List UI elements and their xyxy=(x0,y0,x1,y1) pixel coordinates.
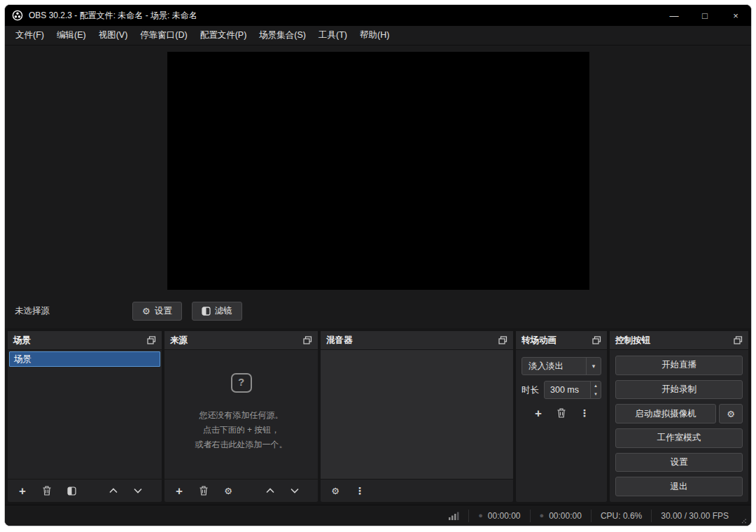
transition-duration-row: 时长 300 ms ▴ ▾ xyxy=(522,381,601,399)
signal-bars-icon xyxy=(449,512,459,520)
menu-item-help[interactable]: 帮助(H) xyxy=(354,27,396,44)
remove-scene-button[interactable] xyxy=(41,485,52,496)
mixer-dock-header: 混音器 xyxy=(321,331,513,350)
controls-dock-header: 控制按钮 xyxy=(610,331,748,350)
menu-item-file[interactable]: 文件(F) xyxy=(9,27,50,44)
menu-item-scene-collection[interactable]: 场景集合(S) xyxy=(253,27,312,44)
spin-down-button[interactable]: ▾ xyxy=(591,390,601,398)
chevron-down-icon xyxy=(134,488,142,493)
transitions-toolbar: + ⋮ xyxy=(522,407,601,419)
dock-float-icon[interactable] xyxy=(498,336,507,344)
mixer-menu-button[interactable]: ⋮ xyxy=(354,485,365,496)
maximize-button[interactable]: □ xyxy=(690,5,720,26)
controls-dock-title: 控制按钮 xyxy=(615,335,650,346)
cpu-usage-value: CPU: 0.6% xyxy=(601,511,642,521)
window-title: OBS 30.2.3 - 配置文件: 未命名 - 场景: 未命名 xyxy=(29,10,197,22)
sources-toolbar: + ⚙ xyxy=(164,479,318,502)
virtual-camera-settings-button[interactable]: ⚙ xyxy=(719,404,743,424)
settings-button[interactable]: 设置 xyxy=(615,453,743,472)
sources-empty-line-3: 或者右击此处添加一个。 xyxy=(195,438,288,452)
remove-transition-button[interactable] xyxy=(556,407,567,419)
source-filters-button[interactable]: 滤镜 xyxy=(192,302,242,321)
trash-icon xyxy=(200,486,208,496)
streaming-indicator-icon: ● xyxy=(540,512,545,519)
menu-item-edit[interactable]: 编辑(E) xyxy=(50,27,92,44)
transitions-dock-header: 转场动画 xyxy=(516,331,607,350)
minimize-button[interactable]: — xyxy=(659,5,690,26)
stats-section[interactable] xyxy=(440,510,468,522)
scenes-toolbar: + xyxy=(8,479,162,502)
scene-transitions-dock: 转场动画 淡入淡出 ▾ 时长 300 ms ▴ ▾ xyxy=(516,331,607,502)
cpu-usage: CPU: 0.6% xyxy=(591,510,651,522)
trash-icon xyxy=(557,408,566,418)
start-virtual-camera-button[interactable]: 启动虚拟摄像机 xyxy=(615,404,716,424)
studio-mode-button[interactable]: 工作室模式 xyxy=(615,428,743,448)
streaming-timer: 00:00:00 xyxy=(549,511,582,521)
obs-logo-icon xyxy=(12,10,23,21)
recording-timer: 00:00:00 xyxy=(488,511,521,521)
spinner-buttons: ▴ ▾ xyxy=(590,382,601,398)
sources-empty-state: ? 您还没有添加任何源。 点击下面的 + 按钮， 或者右击此处添加一个。 xyxy=(164,350,318,479)
scenes-dock: 场景 场景 + xyxy=(8,331,162,502)
transitions-dock-body: 淡入淡出 ▾ 时长 300 ms ▴ ▾ + xyxy=(516,350,607,502)
streaming-status: ● 00:00:00 xyxy=(530,510,591,522)
duration-spinner[interactable]: 300 ms ▴ ▾ xyxy=(544,381,601,399)
scene-list-item[interactable]: 场景 xyxy=(9,351,160,367)
source-settings-button[interactable]: ⚙ 设置 xyxy=(132,302,182,321)
mixer-dock-body[interactable] xyxy=(321,350,513,479)
recording-indicator-icon: ● xyxy=(478,512,483,519)
status-bar: ● 00:00:00 ● 00:00:00 CPU: 0.6% 30.00 / … xyxy=(5,505,751,526)
menu-item-view[interactable]: 视图(V) xyxy=(92,27,134,44)
filter-icon xyxy=(202,307,211,316)
titlebar[interactable]: OBS 30.2.3 - 配置文件: 未命名 - 场景: 未命名 — □ × xyxy=(5,5,751,26)
preview-canvas[interactable] xyxy=(167,52,589,290)
fps-value: 30.00 / 30.00 FPS xyxy=(661,511,729,521)
dock-float-icon[interactable] xyxy=(303,336,312,344)
menu-bar: 文件(F) 编辑(E) 视图(V) 停靠窗口(D) 配置文件(P) 场景集合(S… xyxy=(5,26,751,46)
chevron-up-icon xyxy=(266,488,274,493)
virtual-camera-row: 启动虚拟摄像机 ⚙ xyxy=(615,404,743,424)
start-streaming-button[interactable]: 开始直播 xyxy=(615,356,743,375)
add-source-button[interactable]: + xyxy=(174,485,185,496)
transition-selected-value: 淡入淡出 xyxy=(522,358,586,374)
plus-icon: + xyxy=(176,485,183,497)
remove-source-button[interactable] xyxy=(198,485,209,496)
transition-menu-button[interactable]: ⋮ xyxy=(579,407,590,419)
start-recording-button[interactable]: 开始录制 xyxy=(615,380,743,400)
resize-grip[interactable] xyxy=(740,518,748,526)
move-scene-down-button[interactable] xyxy=(132,485,144,496)
move-scene-up-button[interactable] xyxy=(108,485,119,496)
move-source-up-button[interactable] xyxy=(265,485,276,496)
kebab-menu-icon: ⋮ xyxy=(355,486,365,496)
advanced-audio-button[interactable]: ⚙ xyxy=(330,485,341,496)
move-source-down-button[interactable] xyxy=(289,485,300,496)
mixer-dock-title: 混音器 xyxy=(326,335,353,346)
recording-status: ● 00:00:00 xyxy=(468,510,529,522)
sources-dock-body[interactable]: ? 您还没有添加任何源。 点击下面的 + 按钮， 或者右击此处添加一个。 xyxy=(164,350,318,479)
dock-float-icon[interactable] xyxy=(734,336,743,344)
dock-float-icon[interactable] xyxy=(592,336,601,344)
no-source-label: 未选择源 xyxy=(15,305,50,317)
kebab-menu-icon: ⋮ xyxy=(580,408,589,418)
source-settings-label: 设置 xyxy=(155,305,172,317)
exit-button[interactable]: 退出 xyxy=(615,477,743,496)
close-button[interactable]: × xyxy=(720,5,751,26)
preview-area: 未选择源 ⚙ 设置 滤镜 xyxy=(5,46,751,328)
plus-icon: + xyxy=(19,485,26,497)
add-transition-button[interactable]: + xyxy=(533,407,544,419)
add-scene-button[interactable]: + xyxy=(17,485,28,496)
sources-dock-header: 来源 xyxy=(164,331,318,350)
sources-dock-title: 来源 xyxy=(170,335,188,346)
menu-item-docks[interactable]: 停靠窗口(D) xyxy=(134,27,193,44)
transition-select[interactable]: 淡入淡出 ▾ xyxy=(522,357,601,375)
spin-up-button[interactable]: ▴ xyxy=(591,382,601,390)
menu-item-tools[interactable]: 工具(T) xyxy=(312,27,354,44)
source-properties-button[interactable]: ⚙ xyxy=(223,485,234,496)
scene-filters-button[interactable] xyxy=(66,485,77,496)
gear-icon: ⚙ xyxy=(727,410,735,419)
dock-float-icon[interactable] xyxy=(147,336,156,344)
scene-list: 场景 xyxy=(8,350,162,368)
chevron-down-icon xyxy=(290,488,299,493)
menu-item-profile[interactable]: 配置文件(P) xyxy=(194,27,253,44)
scenes-dock-header: 场景 xyxy=(8,331,162,350)
